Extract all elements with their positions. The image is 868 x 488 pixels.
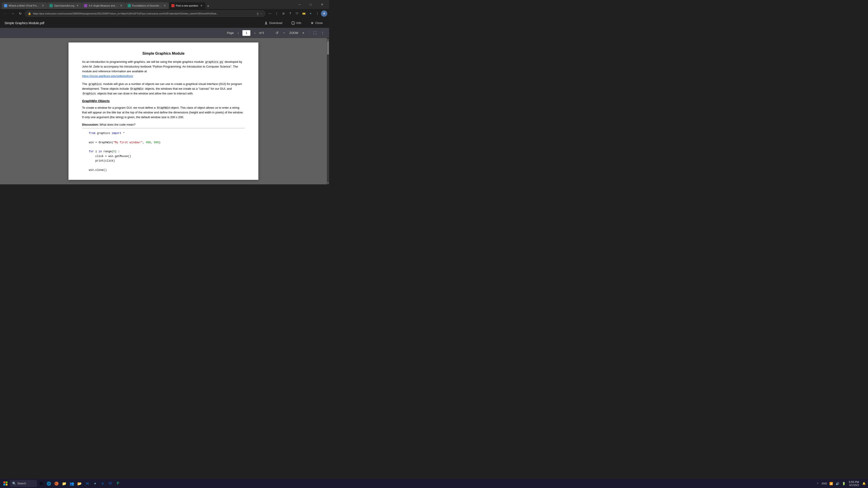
pdf-paragraph-1: As an introduction to programming with g… [82,60,245,78]
zoom-in-button[interactable]: + [301,30,306,36]
code-from: from [89,132,95,135]
tab-post-question[interactable]: Post a new question ✕ [169,2,206,9]
code-line-6: win.close() [89,168,245,172]
pdf-code-block: from graphics import * win = GraphWin("M… [82,131,245,173]
next-page-button[interactable]: › [252,30,258,36]
more-options-button[interactable]: ⋮ [320,30,326,36]
code-graphwin-2: GraphWin [156,106,171,110]
tab-favicon-3 [84,4,87,7]
close-label: Close [315,21,323,25]
prev-page-button[interactable]: ‹ [235,30,241,36]
new-tab-button[interactable]: + [206,3,211,9]
extensions-icon[interactable]: ⋯ [267,10,273,17]
scroll-up-arrow[interactable]: ▲ [327,38,329,41]
scrollbar-track[interactable] [327,41,329,181]
code-line-blank-2 [89,145,245,149]
reader-icon[interactable]: A̲ [257,12,258,15]
zoom-controls: ↺ − ZOOM + [274,30,306,36]
tab-close-4[interactable]: ✕ [163,4,166,7]
tab-favicon-1 [4,4,7,7]
tab-opengameart[interactable]: OpenGameArt.org ✕ [47,2,82,9]
tab-label-3: 3.4: Angle Measure and the Pro... [89,4,118,7]
para2-end: objects that we can draw in the window a… [96,92,193,95]
pdf-scroll-area[interactable]: Simple Graphics Module As an introductio… [0,38,327,184]
forward-button[interactable]: → [9,10,16,17]
para3-pre: To create a window for a program GUI, we… [82,106,156,109]
profile-avatar[interactable]: A [321,10,327,17]
collections-icon[interactable]: ⊞ [280,10,287,17]
section-heading-graphwin: GraphWin Objects [82,99,245,103]
total-pages: of 5 [259,31,264,35]
more-tools-icon[interactable]: ⋮ [314,10,320,17]
discussion-text: What does the code mean? [99,123,135,126]
toolbar-divider [309,30,309,36]
tab-close-2[interactable]: ✕ [76,4,79,7]
lock-icon: 🔒 [28,12,31,15]
scrollbar-thumb[interactable] [327,41,329,55]
pdf-document-title: Simple Graphics Module.pdf [4,21,262,25]
back-button[interactable]: ← [2,10,8,17]
close-pdf-button[interactable]: Close [309,20,324,26]
refresh-button[interactable]: ↻ [17,10,24,17]
address-text: https://puc.instructure.com/courses/3386… [33,12,255,15]
code-num-1: 400 [146,141,151,144]
code-graphics-py: graphics.py [205,60,224,64]
close-button[interactable]: ✕ [317,1,327,8]
info-icon: i [291,21,295,25]
pdf-scrollbar[interactable]: ▲ ▼ [327,38,329,184]
pdf-paragraph-3: To create a window for a program GUI, we… [82,105,245,120]
code-line-1: from graphics import * [89,131,245,135]
code-string-1: "My first window!" [113,141,143,144]
code-divider [82,128,245,128]
shield-icon[interactable]: 🛡 [294,10,300,17]
tab-label-5: Post a new question [176,4,198,7]
info-label: Info [296,21,301,25]
download-icon [264,21,268,25]
tab-favicon-5 [171,4,175,7]
page-label: Page [227,31,234,35]
translate-icon[interactable]: T [287,10,293,17]
scroll-down-arrow[interactable]: ▼ [327,181,329,184]
pdf-toolbar: Page ‹ › of 5 ↺ − ZOOM + ⛶ ⋮ [0,28,329,38]
pdf-header-actions: Download i Info Close [262,20,324,26]
tab-foundations[interactable]: Foundations of Geometry - 9780... ✕ [125,2,169,9]
minimize-button[interactable]: ─ [294,1,305,8]
para2-mid2: objects, the windows that we create as a… [144,87,232,90]
wallet-icon[interactable]: 💳 [301,10,307,17]
fullscreen-button[interactable]: ⛶ [312,30,318,36]
svg-text:i: i [293,22,293,24]
pdf-link[interactable]: https://mcsp.wartburg.edu/zelle/python/ [82,74,133,78]
code-line-blank-3 [89,163,245,168]
code-graphics-1: graphics [88,83,102,86]
tab-close-5[interactable]: ✕ [199,4,203,7]
code-in: in [98,150,102,153]
para1-text: As an introduction to programming with g… [82,60,204,64]
tab-label-2: OpenGameArt.org [54,4,74,7]
settings-icon[interactable]: ⋮ [274,10,280,17]
code-num-3: 5 [113,150,115,153]
download-button[interactable]: Download [262,20,284,26]
tab-whackamole[interactable]: Whack-a-Mole! (Final Project) ✕ [2,2,47,9]
tab-angle-measure[interactable]: 3.4: Angle Measure and the Pro... ✕ [82,2,125,9]
zoom-out-button[interactable]: − [281,30,287,36]
tab-close-3[interactable]: ✕ [119,4,123,7]
tab-label-1: Whack-a-Mole! (Final Project) [8,4,40,7]
code-num-2: 600 [154,141,159,144]
info-button[interactable]: i Info [289,20,303,26]
tab-close-1[interactable]: ✕ [41,4,45,7]
favorites-icon[interactable]: ☆ [260,12,262,15]
address-bar[interactable]: 🔒 https://puc.instructure.com/courses/33… [25,10,266,17]
discussion-bold: Discussion: [82,123,99,126]
zoom-refresh-button[interactable]: ↺ [274,30,280,36]
copilot-icon[interactable]: ✦ [307,10,314,17]
pdf-page: Simple Graphics Module As an introductio… [68,42,258,180]
zoom-label: ZOOM [288,31,299,35]
pdf-main-title: Simple Graphics Module [82,52,245,56]
code-for: for [89,150,94,153]
window-controls: ─ □ ✕ [294,1,327,8]
maximize-button[interactable]: □ [306,1,316,8]
page-number-input[interactable] [242,30,250,36]
browser-toolbar: ⋯ ⋮ ⊞ T 🛡 💳 ✦ ⋮ A [267,10,327,17]
address-bar-row: ← → ↻ 🔒 https://puc.instructure.com/cour… [0,9,329,18]
code-line-5: print(click) [89,159,245,163]
